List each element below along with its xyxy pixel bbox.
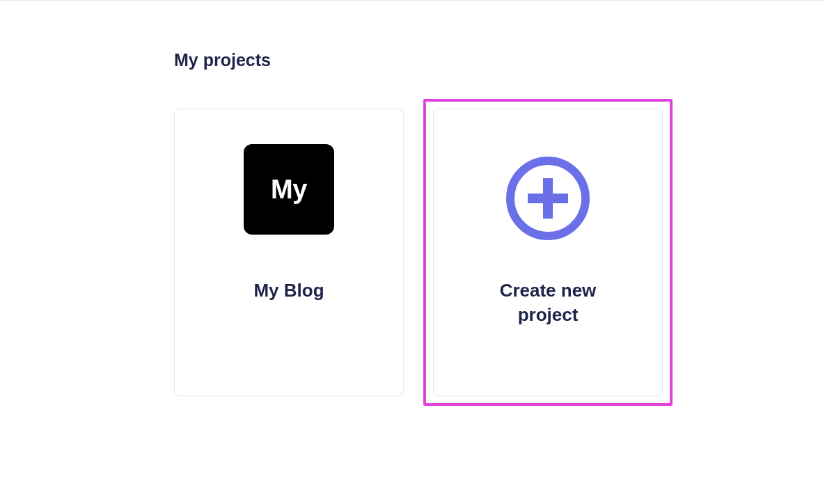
plus-circle-icon: [504, 155, 592, 242]
top-divider: [0, 0, 825, 1]
highlight-box: Create new project: [423, 99, 673, 406]
page-title: My projects: [174, 50, 825, 70]
project-card-my-blog[interactable]: My My Blog: [174, 109, 404, 396]
project-thumbnail-text: My: [271, 175, 307, 205]
create-project-card[interactable]: Create new project: [433, 109, 663, 396]
svg-rect-2: [528, 194, 568, 203]
project-title: My Blog: [253, 280, 324, 301]
create-project-label: Create new project: [471, 278, 624, 327]
project-thumbnail: My: [244, 144, 334, 235]
projects-row: My My Blog Create new project: [174, 109, 825, 406]
